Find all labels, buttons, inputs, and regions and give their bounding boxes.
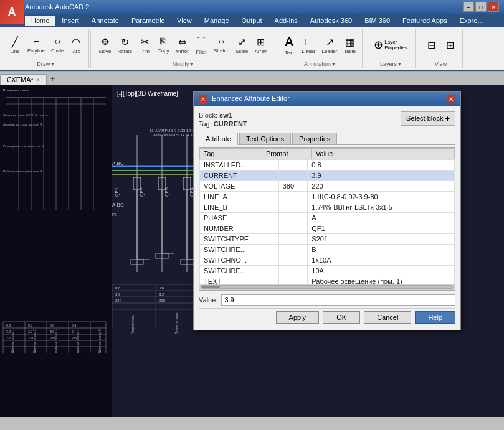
array-button[interactable]: ⊞ Array	[252, 35, 269, 55]
fillet-button[interactable]: ⌒ Fillet	[193, 34, 210, 56]
menu-bar: Home Insert Annotate Parametric View Man…	[0, 14, 504, 27]
close-button[interactable]: ✕	[488, 2, 499, 12]
cell-prompt	[278, 191, 308, 202]
menu-express[interactable]: Expre...	[454, 16, 490, 26]
stretch-button[interactable]: ↔ Stretch	[211, 35, 232, 55]
scale-button[interactable]: ⤢ Scale	[233, 35, 250, 55]
view-btn-1[interactable]: ⊟	[422, 38, 440, 52]
layer-properties-button[interactable]: ⊕ Layer Properties	[371, 37, 409, 53]
arc-icon: ◠	[72, 36, 80, 48]
cell-value: 10A	[308, 265, 455, 276]
attribute-data-table: INSTALLED...0.8CURRENT3.9VOLTAGE380220LI…	[199, 159, 455, 284]
menu-featured-apps[interactable]: Featured Apps	[396, 16, 454, 26]
text-button[interactable]: A Text	[280, 34, 298, 57]
menu-annotate[interactable]: Annotate	[85, 16, 125, 26]
draw-group-label: Draw	[37, 61, 50, 67]
ribbon-group-annotation: A Text ⊢ Linear ↗ Leader ▦ Table Annotat…	[277, 29, 363, 68]
line-button[interactable]: ╱ Line	[6, 35, 24, 55]
tab-name: СХЕМА*	[7, 76, 34, 83]
cell-value: 1x10A	[308, 255, 455, 265]
rotate-button[interactable]: ↻ Rotate	[115, 35, 135, 55]
new-tab-button[interactable]: +	[47, 73, 59, 85]
annotation-expand-icon[interactable]: ▾	[332, 61, 335, 67]
col-tag: Tag	[200, 148, 262, 159]
modify-expand-icon[interactable]: ▾	[190, 61, 193, 67]
table-row[interactable]: TEXTРабочее освещение (пом. 1)	[200, 276, 455, 284]
dialog-title-bar: A Enhanced Attribute Editor ✕	[194, 92, 460, 106]
tab-bar: СХЕМА* × +	[0, 72, 504, 85]
trim-button[interactable]: ✂ Trim	[136, 35, 153, 55]
block-label: Block:	[199, 111, 217, 119]
table-row[interactable]: SWITCHRE...10A	[200, 265, 455, 276]
svg-text:220: 220	[159, 299, 166, 302]
draw-expand-icon[interactable]: ▾	[51, 61, 54, 67]
title-bar: A Autodesk AutoCAD 2 – □ ✕	[0, 0, 504, 14]
polyline-button[interactable]: ⌐ Polyline	[25, 35, 47, 55]
rotate-icon: ↻	[121, 36, 129, 48]
menu-insert[interactable]: Insert	[55, 16, 85, 26]
view-btn-2[interactable]: ⊞	[441, 38, 459, 52]
dialog-close-button[interactable]: ✕	[447, 95, 455, 103]
ok-button[interactable]: OK	[323, 311, 360, 324]
workspace: Шинная схема Линия питания, ЩС-0.8, пом.…	[0, 85, 504, 417]
menu-autodesk360[interactable]: Autodesk 360	[304, 16, 358, 26]
tab-close-button[interactable]: ×	[36, 77, 40, 83]
arc-button[interactable]: ◠ Arc	[67, 35, 85, 55]
table-row[interactable]: CURRENT3.9	[200, 170, 455, 180]
cancel-button[interactable]: Cancel	[364, 311, 411, 324]
layers-expand-icon[interactable]: ▾	[398, 61, 401, 67]
table-row[interactable]: NUMBERQF1	[200, 223, 455, 233]
svg-text:2: 2	[72, 330, 74, 334]
ribbon-group-view: ⊟ ⊞ View	[419, 29, 463, 68]
table-row[interactable]: INSTALLED...0.8	[200, 159, 455, 170]
table-row[interactable]: SWITCHRE...B	[200, 244, 455, 255]
linear-button[interactable]: ⊢ Linear	[299, 35, 318, 55]
separator-1	[90, 31, 91, 68]
cell-tag: NUMBER	[200, 223, 279, 233]
separator-2	[275, 31, 275, 68]
cell-value: Рабочее освещение (пом. 1)	[308, 276, 455, 284]
leader-button[interactable]: ↗ Leader	[320, 35, 340, 55]
menu-manage[interactable]: Manage	[198, 16, 235, 26]
document-tab[interactable]: СХЕМА* ×	[0, 74, 47, 85]
menu-output[interactable]: Output	[235, 16, 269, 26]
maximize-button[interactable]: □	[475, 2, 487, 12]
dialog-block-info: Block: sw1 Tag: CURRENT	[199, 111, 247, 129]
table-row[interactable]: PHASEA	[200, 212, 455, 223]
menu-addins[interactable]: Add-ins	[269, 16, 304, 26]
value-input[interactable]	[221, 294, 455, 306]
table-row[interactable]: VOLTAGE380220	[200, 180, 455, 191]
menu-home[interactable]: Home	[25, 16, 55, 26]
menu-parametric[interactable]: Parametric	[125, 16, 171, 26]
cell-prompt	[278, 202, 308, 212]
cell-prompt	[278, 265, 308, 276]
table-row[interactable]: LINE_B1.74%-ВВГнг-LSLTx 3x1,5	[200, 202, 455, 212]
minimize-button[interactable]: –	[463, 2, 474, 12]
tab-properties[interactable]: Properties	[292, 133, 337, 144]
svg-text:0.8: 0.8	[50, 324, 54, 327]
tab-text-options[interactable]: Text Options	[239, 133, 291, 144]
svg-text:Освещение основное пом. 4: Освещение основное пом. 4	[3, 144, 44, 148]
table-scroll-area[interactable]: INSTALLED...0.8CURRENT3.9VOLTAGE380220LI…	[199, 159, 455, 284]
table-button[interactable]: ▦ Table	[341, 35, 358, 55]
tab-attribute[interactable]: Attribute	[199, 133, 238, 145]
mirror-button[interactable]: ⇔ Mirror	[173, 35, 191, 55]
copy-icon: ⎘	[160, 36, 166, 47]
horizontal-scrollbar[interactable]	[199, 284, 455, 290]
table-row[interactable]: SWITCHTYPES201	[200, 233, 455, 244]
select-block-button[interactable]: Select block +	[401, 111, 455, 126]
circle-button[interactable]: ○ Circle	[49, 35, 66, 55]
scale-icon: ⤢	[238, 36, 246, 48]
table-row[interactable]: LINE_A1.ЩС-0.8-0.92-3.9-80	[200, 191, 455, 202]
menu-bim360[interactable]: BIM 360	[358, 16, 396, 26]
table-row[interactable]: SWITCHNO...1x10A	[200, 255, 455, 265]
cell-value: B	[308, 244, 455, 255]
cell-prompt	[278, 244, 308, 255]
apply-button[interactable]: Apply	[276, 311, 320, 324]
dialog-tabs: Attribute Text Options Properties	[199, 133, 455, 145]
mirror-icon: ⇔	[178, 36, 186, 48]
copy-button[interactable]: ⎘ Copy	[155, 35, 172, 55]
move-button[interactable]: ✥ Move	[96, 35, 113, 55]
menu-view[interactable]: View	[171, 16, 198, 26]
help-button[interactable]: Help	[415, 311, 455, 324]
